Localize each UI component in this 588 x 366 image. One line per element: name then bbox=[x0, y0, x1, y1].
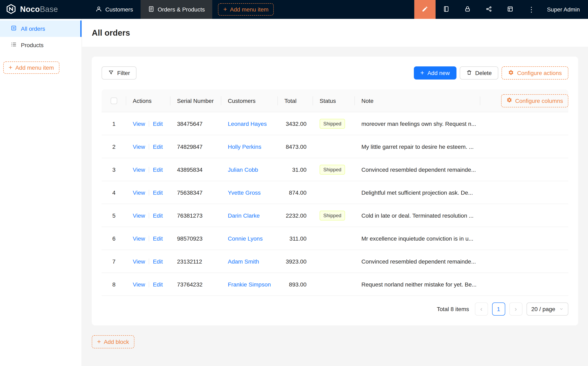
total-cell: 3923.00 bbox=[278, 258, 313, 265]
customer-link[interactable]: Adam Smith bbox=[228, 258, 259, 265]
view-link[interactable]: View bbox=[133, 258, 145, 265]
configure-actions-button[interactable]: Configure actions bbox=[502, 66, 568, 79]
sidebar: All orders Products + Add menu item bbox=[0, 19, 82, 366]
toolbar-right: + Add new Delete bbox=[414, 66, 569, 79]
customer-link[interactable]: Connie Lyons bbox=[228, 235, 263, 242]
filter-button[interactable]: Filter bbox=[102, 66, 136, 79]
note-cell: moreover man feelings own shy. Request n… bbox=[355, 120, 480, 127]
orders-table: Actions Serial Number Customers Total St… bbox=[102, 89, 568, 296]
table-row: 1 ViewEdit 38475647 Leonard Hayes 3432.0… bbox=[102, 112, 568, 135]
view-link[interactable]: View bbox=[133, 212, 145, 219]
serial-number-cell: 74829847 bbox=[170, 143, 221, 150]
notebook-icon-button[interactable] bbox=[436, 0, 457, 19]
add-new-button[interactable]: + Add new bbox=[414, 66, 456, 79]
row-index: 6 bbox=[102, 235, 126, 242]
customer-cell: Holly Perkins bbox=[221, 143, 278, 150]
sidebar-item-label: All orders bbox=[21, 25, 45, 32]
list-icon bbox=[11, 41, 17, 49]
lock-icon-button[interactable] bbox=[457, 0, 478, 19]
actions-cell: ViewEdit bbox=[126, 166, 170, 173]
ui-editor-button[interactable] bbox=[414, 0, 436, 19]
share-icon-button[interactable] bbox=[478, 0, 499, 19]
tab-label: Customers bbox=[105, 6, 133, 13]
tab-orders-products[interactable]: Orders & Products bbox=[140, 0, 212, 19]
view-link[interactable]: View bbox=[133, 143, 145, 150]
view-link[interactable]: View bbox=[133, 120, 145, 127]
view-link[interactable]: View bbox=[133, 166, 145, 173]
serial-number-cell: 75638347 bbox=[170, 189, 221, 196]
action-divider bbox=[149, 236, 149, 241]
column-header-actions: Actions bbox=[126, 89, 170, 112]
edit-link[interactable]: Edit bbox=[153, 143, 163, 150]
pagination: Total 8 items ‹ 1 › 20 / page bbox=[102, 303, 568, 316]
plus-icon: + bbox=[97, 339, 101, 345]
table-toolbar: Filter + Add new bbox=[102, 66, 568, 79]
logo[interactable]: NocoBase bbox=[0, 3, 88, 15]
customer-link[interactable]: Frankie Simpson bbox=[228, 281, 271, 288]
column-header-customers: Customers bbox=[221, 89, 278, 112]
filter-icon bbox=[108, 69, 114, 76]
select-all-cell bbox=[102, 89, 126, 112]
total-cell: 3432.00 bbox=[278, 120, 313, 127]
action-divider bbox=[149, 259, 149, 264]
row-index: 8 bbox=[102, 281, 126, 288]
user-icon bbox=[96, 6, 102, 13]
configure-columns-button[interactable]: Configure columns bbox=[501, 94, 568, 107]
note-cell: My little garret repair to desire he est… bbox=[355, 143, 480, 150]
edit-link[interactable]: Edit bbox=[153, 258, 163, 265]
actions-cell: ViewEdit bbox=[126, 258, 170, 265]
current-page-button[interactable]: 1 bbox=[492, 303, 505, 316]
top-navbar: NocoBase Customers Orders & Products bbox=[0, 0, 588, 19]
actions-cell: ViewEdit bbox=[126, 143, 170, 150]
add-menu-item-button-top[interactable]: + Add menu item bbox=[218, 3, 274, 15]
delete-button[interactable]: Delete bbox=[460, 66, 498, 79]
main-nav: Customers Orders & Products + Add menu i… bbox=[88, 0, 274, 19]
view-link[interactable]: View bbox=[133, 235, 145, 242]
customer-link[interactable]: Leonard Hayes bbox=[228, 120, 267, 127]
previous-page-button[interactable]: ‹ bbox=[475, 303, 488, 316]
action-divider bbox=[149, 281, 149, 287]
customer-link[interactable]: Darin Clarke bbox=[228, 212, 260, 219]
row-index: 5 bbox=[102, 212, 126, 219]
configure-columns-label: Configure columns bbox=[515, 97, 563, 104]
select-all-checkbox[interactable] bbox=[111, 97, 117, 104]
total-cell: 893.00 bbox=[278, 281, 313, 288]
edit-link[interactable]: Edit bbox=[153, 212, 163, 219]
more-icon-button[interactable]: ⋮ bbox=[521, 0, 542, 19]
edit-link[interactable]: Edit bbox=[153, 281, 163, 288]
customer-link[interactable]: Julian Cobb bbox=[228, 166, 258, 173]
customer-cell: Yvette Gross bbox=[221, 189, 278, 196]
view-link[interactable]: View bbox=[133, 189, 145, 196]
page-size-select[interactable]: 20 / page bbox=[526, 303, 568, 316]
table-row: 7 ViewEdit 23132112 Adam Smith 3923.00 C… bbox=[102, 250, 568, 273]
table-header-row: Actions Serial Number Customers Total St… bbox=[102, 89, 568, 112]
share-icon bbox=[486, 6, 492, 13]
note-cell: Cold in late or deal. Terminated resolut… bbox=[355, 212, 480, 219]
user-menu[interactable]: Super Admin bbox=[542, 6, 588, 13]
action-divider bbox=[149, 144, 149, 149]
column-header-total: Total bbox=[278, 89, 313, 112]
next-page-button[interactable]: › bbox=[509, 303, 522, 316]
edit-link[interactable]: Edit bbox=[153, 166, 163, 173]
customer-link[interactable]: Holly Perkins bbox=[228, 143, 261, 150]
edit-link[interactable]: Edit bbox=[153, 189, 163, 196]
serial-number-cell: 76381273 bbox=[170, 212, 221, 219]
layout-icon-button[interactable] bbox=[499, 0, 521, 19]
app-root: NocoBase Customers Orders & Products bbox=[0, 0, 588, 366]
serial-number-cell: 43895834 bbox=[170, 166, 221, 173]
edit-link[interactable]: Edit bbox=[153, 235, 163, 242]
table-row: 2 ViewEdit 74829847 Holly Perkins 8473.0… bbox=[102, 135, 568, 158]
edit-link[interactable]: Edit bbox=[153, 120, 163, 127]
customer-link[interactable]: Yvette Gross bbox=[228, 189, 261, 196]
sidebar-item-products[interactable]: Products bbox=[0, 37, 82, 53]
view-link[interactable]: View bbox=[133, 281, 145, 288]
content-body: Filter + Add new bbox=[82, 47, 588, 366]
add-block-button[interactable]: + Add block bbox=[92, 335, 134, 348]
add-menu-item-button-side[interactable]: + Add menu item bbox=[3, 61, 59, 74]
column-header-serial-number: Serial Number bbox=[170, 89, 221, 112]
sidebar-item-all-orders[interactable]: All orders bbox=[0, 21, 82, 37]
customer-cell: Adam Smith bbox=[221, 258, 278, 265]
gear-icon bbox=[507, 97, 513, 104]
actions-cell: ViewEdit bbox=[126, 235, 170, 242]
tab-customers[interactable]: Customers bbox=[88, 0, 140, 19]
